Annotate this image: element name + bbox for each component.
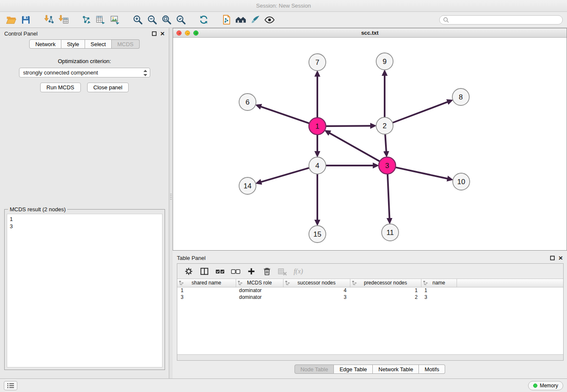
columns-icon [200, 267, 209, 276]
minimize-window-button[interactable]: – [185, 30, 190, 36]
zoom-out-button[interactable] [145, 13, 159, 27]
network-document-icon [221, 14, 232, 25]
table-panel-float-button[interactable] [550, 256, 555, 260]
column-header-predecessor-nodes[interactable]: predecessor nodes [350, 279, 421, 287]
table-panel-header: Table Panel × [173, 252, 567, 263]
export-image-button[interactable] [107, 13, 122, 27]
table-cell[interactable]: 4 [283, 287, 350, 294]
network-document-button[interactable] [219, 13, 234, 27]
close-window-button[interactable]: × [176, 30, 182, 36]
network-window-titlebar[interactable]: × – + scc.txt [173, 28, 567, 38]
show-columns-button[interactable] [198, 265, 211, 277]
tab-network[interactable]: Network [29, 39, 61, 49]
graph-node-7[interactable]: 7 [309, 54, 326, 71]
table-cell[interactable]: dominator [236, 294, 283, 301]
tab-edge-table[interactable]: Edge Table [334, 364, 373, 374]
graph-node-10[interactable]: 10 [453, 173, 470, 190]
column-tree-icon [179, 281, 184, 285]
vertical-splitter[interactable] [169, 28, 173, 378]
brush-icon [250, 14, 261, 25]
tab-mcds[interactable]: MCDS [112, 39, 139, 49]
graph-node-6[interactable]: 6 [239, 94, 256, 110]
delete-column-button[interactable] [261, 265, 273, 277]
graph-edge-4-14[interactable] [261, 168, 311, 182]
export-image-icon [110, 14, 120, 25]
column-header-name[interactable]: name [421, 279, 457, 287]
select-all-columns-button[interactable] [214, 265, 226, 277]
graph-edge-1-2[interactable] [325, 126, 371, 126]
zoom-selected-button[interactable] [173, 13, 188, 27]
table-row[interactable]: 1dominator411 [177, 287, 563, 294]
criterion-dropdown[interactable]: strongly connected component [19, 68, 150, 77]
graph-node-4[interactable]: 4 [309, 157, 326, 174]
search-box[interactable] [439, 15, 563, 25]
table-cell[interactable]: 3 [421, 294, 457, 301]
memory-button[interactable]: Memory [528, 381, 563, 390]
column-header-successor-nodes[interactable]: successor nodes [283, 279, 350, 287]
graph-node-8[interactable]: 8 [452, 88, 469, 105]
fx-icon: f(x) [294, 268, 303, 275]
create-column-button[interactable] [245, 265, 258, 277]
close-icon: × [160, 31, 165, 36]
graph-node-1[interactable]: 1 [309, 118, 326, 135]
table-panel-title: Table Panel [177, 255, 206, 261]
table-cell[interactable]: 3 [177, 294, 236, 301]
graph-node-14[interactable]: 14 [239, 177, 256, 194]
table-cell[interactable]: 1 [350, 287, 421, 294]
tab-node-table[interactable]: Node Table [295, 364, 334, 374]
table-cell[interactable]: dominator [236, 287, 283, 294]
zoom-in-button[interactable] [130, 13, 145, 27]
table-cell-filler [457, 294, 563, 301]
graph-node-11[interactable]: 11 [382, 224, 399, 241]
graph-edge-2-3[interactable] [385, 133, 386, 152]
graph-edge-3-1[interactable] [330, 133, 381, 162]
table-horizontal-scrollbar[interactable] [177, 354, 563, 360]
graph-node-2[interactable]: 2 [376, 117, 393, 134]
show-hide-button[interactable] [262, 13, 277, 27]
deselect-all-columns-button[interactable] [229, 265, 242, 277]
new-table-button[interactable] [93, 13, 107, 27]
graph-edge-3-10[interactable] [394, 167, 448, 179]
table-cell[interactable]: 1 [421, 287, 457, 294]
table-settings-button[interactable] [182, 265, 195, 277]
column-header-shared-name[interactable]: shared name [177, 279, 236, 287]
maximize-window-button[interactable]: + [193, 30, 198, 36]
refresh-view-button[interactable] [196, 13, 211, 27]
graph-node-label: 3 [385, 162, 389, 170]
tab-style[interactable]: Style [61, 39, 85, 49]
open-session-button[interactable] [4, 13, 19, 27]
table-cell[interactable]: 3 [283, 294, 350, 301]
table-cell[interactable]: 1 [177, 287, 236, 294]
graph-node-3[interactable]: 3 [379, 157, 396, 174]
import-network-button[interactable] [41, 13, 56, 27]
graph-node-15[interactable]: 15 [309, 226, 326, 243]
network-window-title: scc.txt [361, 30, 378, 36]
control-panel-close-button[interactable]: × [160, 31, 165, 36]
first-neighbors-button[interactable] [234, 13, 248, 27]
tab-network-table[interactable]: Network Table [373, 364, 419, 374]
graph-edge-2-8[interactable] [391, 102, 448, 123]
mcds-result-list[interactable]: 13 [7, 214, 162, 367]
graph-node-label: 2 [383, 122, 386, 130]
control-panel: Control Panel × Network Style Select MCD… [0, 28, 169, 378]
graph-node-9[interactable]: 9 [376, 53, 393, 70]
tab-motifs[interactable]: Motifs [419, 364, 445, 374]
graph-edge-1-6[interactable] [261, 107, 311, 124]
new-network-button[interactable] [79, 13, 93, 27]
run-mcds-button[interactable]: Run MCDS [40, 83, 81, 92]
network-canvas[interactable]: 7968124314101511 [173, 38, 567, 250]
tab-select[interactable]: Select [85, 39, 112, 49]
task-history-button[interactable] [4, 381, 17, 390]
search-input[interactable] [451, 17, 559, 23]
style-brush-button[interactable] [248, 13, 262, 27]
graph-edge-3-11[interactable] [388, 173, 390, 218]
zoom-fit-button[interactable] [159, 13, 173, 27]
save-session-button[interactable] [19, 13, 33, 27]
import-table-button[interactable] [56, 13, 70, 27]
table-row[interactable]: 3dominator323 [177, 294, 563, 301]
close-panel-button[interactable]: Close panel [87, 83, 129, 92]
column-header-mcds-role[interactable]: MCDS role [236, 279, 283, 287]
control-panel-float-button[interactable] [152, 31, 157, 36]
table-cell[interactable]: 2 [350, 294, 421, 301]
table-panel-close-button[interactable]: × [559, 256, 563, 260]
